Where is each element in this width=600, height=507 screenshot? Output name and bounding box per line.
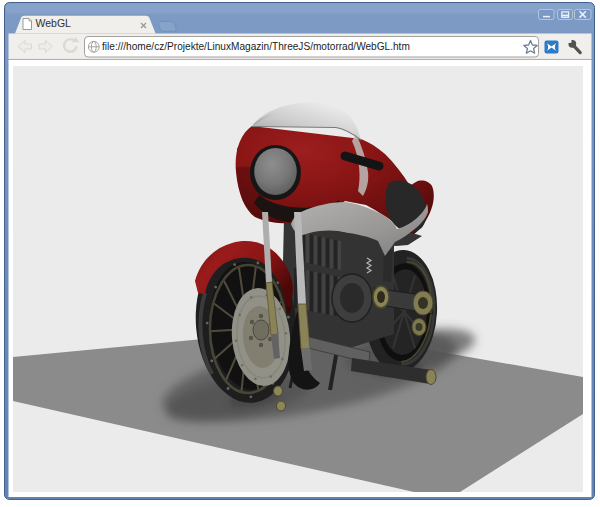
svg-text:WebGL: WebGL (36, 17, 72, 29)
svg-text:file:///home/cz/Projekte/Linux: file:///home/cz/Projekte/LinuxMagazin/Th… (102, 41, 410, 52)
